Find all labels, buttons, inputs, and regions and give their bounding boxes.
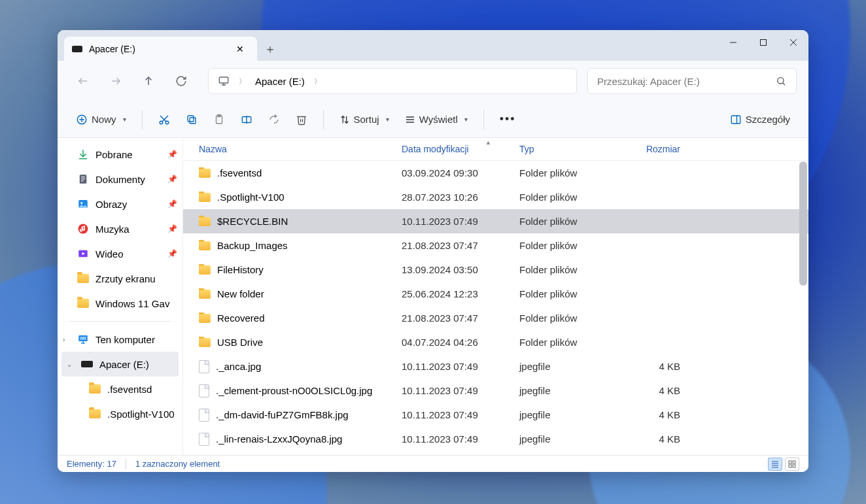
search-input[interactable] — [597, 76, 775, 87]
new-button[interactable]: Nowy ▾ — [69, 107, 133, 132]
sidebar-item-label: Obrazy — [95, 199, 127, 210]
sidebar-item[interactable]: Muzyka📌 — [58, 216, 182, 241]
view-button[interactable]: Wyświetl ▾ — [398, 107, 474, 132]
tab-current[interactable]: Apacer (E:) ✕ — [64, 37, 257, 61]
tree-item[interactable]: ⌄Apacer (E:) — [61, 352, 179, 377]
up-button[interactable] — [135, 69, 162, 93]
file-date: 13.09.2024 03:50 — [394, 264, 511, 275]
new-tab-button[interactable]: ＋ — [257, 37, 283, 61]
rename-button[interactable] — [234, 107, 259, 132]
column-headers: ▲ Nazwa Data modyfikacji Typ Rozmiar — [183, 138, 808, 161]
column-date[interactable]: Data modyfikacji — [394, 144, 511, 154]
file-size: 4 KB — [610, 385, 688, 396]
sidebar-item[interactable]: Obrazy📌 — [58, 192, 182, 216]
sidebar-item[interactable]: Zrzuty ekranu — [58, 266, 182, 291]
file-row[interactable]: .Spotlight-V10028.07.2023 10:26Folder pl… — [183, 185, 808, 209]
paste-button[interactable] — [207, 107, 232, 132]
file-type: Folder plików — [511, 216, 610, 227]
download-icon — [77, 148, 89, 160]
scrollbar-thumb[interactable] — [799, 161, 807, 286]
search-box[interactable] — [587, 68, 797, 94]
delete-icon — [296, 114, 307, 126]
file-name: .fseventsd — [217, 167, 262, 178]
file-type: Folder plików — [511, 337, 610, 348]
more-button[interactable]: ••• — [493, 107, 523, 132]
pin-icon[interactable]: 📌 — [167, 249, 177, 258]
sidebar-item[interactable]: Dokumenty📌 — [58, 167, 182, 192]
pin-icon[interactable]: 📌 — [167, 224, 177, 233]
back-button[interactable] — [69, 69, 97, 93]
column-size[interactable]: Rozmiar — [610, 144, 688, 154]
file-date: 10.11.2023 07:49 — [394, 361, 511, 372]
copy-button[interactable] — [179, 107, 204, 132]
file-row[interactable]: ._clement-proust-nO0OLSICL0g.jpg10.11.20… — [183, 378, 808, 403]
file-row[interactable]: FileHistory13.09.2024 03:50Folder plików — [183, 258, 808, 282]
pin-icon[interactable]: 📌 — [167, 175, 177, 184]
nav-pane[interactable]: Pobrane📌Dokumenty📌Obrazy📌Muzyka📌Wideo📌Zr… — [58, 138, 183, 455]
file-name: USB Drive — [217, 337, 263, 348]
address-bar[interactable]: 〉 Apacer (E:) 〉 — [208, 68, 577, 94]
new-label: Nowy — [92, 114, 116, 125]
status-count: Elementy: 17 — [67, 459, 116, 469]
sidebar-item[interactable]: Windows 11 Gav — [58, 291, 182, 316]
file-date: 25.06.2024 12:23 — [394, 288, 511, 299]
column-type[interactable]: Typ — [511, 144, 610, 154]
chevron-right-icon[interactable]: 〉 — [239, 76, 246, 86]
file-row[interactable]: .fseventsd03.09.2024 09:30Folder plików — [183, 161, 808, 185]
svg-rect-46 — [80, 337, 87, 341]
expand-icon[interactable]: ⌄ — [67, 361, 72, 368]
sidebar-item-label: Muzyka — [95, 224, 130, 235]
file-row[interactable]: $RECYCLE.BIN10.11.2023 07:49Folder plikó… — [183, 209, 808, 233]
file-type: jpegfile — [511, 409, 610, 420]
tree-item[interactable]: .Spotlight-V100 — [58, 401, 182, 426]
main-area: Pobrane📌Dokumenty📌Obrazy📌Muzyka📌Wideo📌Zr… — [58, 138, 808, 455]
svg-rect-53 — [789, 461, 791, 463]
file-row[interactable]: Backup_Images21.08.2023 07:47Folder plik… — [183, 233, 808, 258]
refresh-button[interactable] — [167, 69, 195, 93]
file-icon — [199, 384, 209, 397]
share-button[interactable] — [262, 107, 286, 132]
file-type: Folder plików — [511, 192, 610, 203]
file-row[interactable]: ._lin-renais-LzxxJQoyna8.jpg10.11.2023 0… — [183, 427, 808, 451]
svg-rect-1 — [761, 40, 767, 46]
pin-icon[interactable]: 📌 — [167, 199, 177, 209]
chevron-down-icon: ▾ — [386, 116, 389, 123]
file-row[interactable]: USB Drive04.07.2024 04:26Folder plików — [183, 330, 808, 354]
maximize-button[interactable] — [748, 30, 778, 55]
chevron-right-icon[interactable]: 〉 — [314, 76, 321, 86]
file-row[interactable]: New folder25.06.2024 12:23Folder plików — [183, 282, 808, 306]
column-name[interactable]: Nazwa — [183, 144, 394, 154]
file-row[interactable]: Recovered21.08.2023 07:47Folder plików — [183, 306, 808, 330]
file-row[interactable]: ._anca.jpg10.11.2023 07:49jpegfile4 KB — [183, 354, 808, 378]
file-row[interactable]: ._dm-david-fuPZ7GmFB8k.jpg10.11.2023 07:… — [183, 403, 808, 427]
folder-icon — [199, 217, 211, 226]
sidebar-item[interactable]: Pobrane📌 — [58, 142, 182, 167]
svg-rect-55 — [789, 465, 791, 467]
tab-close-icon[interactable]: ✕ — [231, 41, 249, 57]
file-type: Folder plików — [511, 288, 610, 299]
file-name: FileHistory — [217, 264, 264, 275]
details-button[interactable]: Szczegóły — [723, 107, 797, 132]
sort-button[interactable]: Sortuj ▾ — [333, 107, 396, 132]
address-crumb[interactable]: Apacer (E:) — [255, 76, 305, 87]
cut-button[interactable] — [152, 107, 177, 132]
search-icon[interactable] — [775, 75, 787, 87]
details-view-toggle[interactable] — [768, 458, 782, 471]
pin-icon[interactable]: 📌 — [167, 150, 177, 159]
sidebar-item[interactable]: Wideo📌 — [58, 241, 182, 266]
new-icon — [76, 114, 88, 126]
pc-icon — [77, 333, 89, 345]
svg-rect-54 — [793, 461, 795, 463]
tree-item[interactable]: ›Ten komputer — [58, 327, 182, 352]
paste-icon — [213, 114, 225, 126]
delete-button[interactable] — [289, 107, 314, 132]
thumbnails-view-toggle[interactable] — [785, 458, 799, 471]
forward-button[interactable] — [102, 69, 130, 93]
scrollbar[interactable] — [799, 161, 807, 455]
file-name: ._anca.jpg — [216, 361, 261, 372]
close-button[interactable] — [778, 30, 808, 55]
minimize-button[interactable] — [718, 30, 748, 55]
file-name: Recovered — [217, 312, 265, 324]
tree-item[interactable]: .fseventsd — [58, 377, 182, 401]
expand-icon[interactable]: › — [63, 336, 65, 343]
